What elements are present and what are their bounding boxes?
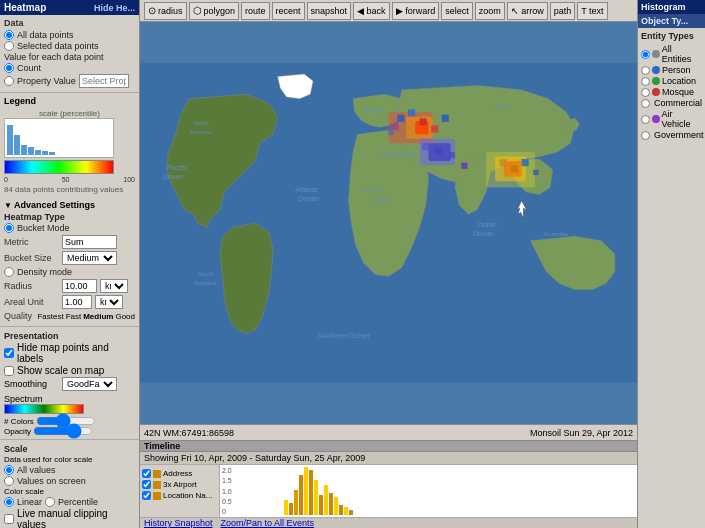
hist-bar-3 [21,145,27,155]
percentile-radio[interactable] [45,497,55,507]
svg-rect-18 [522,159,529,166]
t-bar-10 [329,493,333,515]
svg-rect-12 [431,125,438,132]
t-bar-13 [344,507,348,515]
svg-rect-11 [420,118,427,125]
entity-all-radio[interactable] [641,50,650,59]
opacity-slider[interactable] [33,426,93,436]
selected-data-points-row: Selected data points [4,41,135,51]
quality-row: Quality Fastest Fast Medium Good [4,311,135,321]
scale-mid: 50 [62,176,70,183]
entity-person-dot [652,66,660,74]
pacific-ocean-label2: Ocean [162,173,183,181]
density-mode-radio[interactable] [4,267,14,277]
entity-govt-radio[interactable] [641,131,650,140]
smoothing-select[interactable]: GoodFast Best Fast [62,377,117,391]
all-data-points-label: All data points [17,30,74,40]
svg-text:Australia: Australia [543,230,569,237]
areal-unit-select[interactable]: km² mi² [95,295,123,309]
opacity-row: Opacity [4,426,135,436]
hide-heatmap-button[interactable]: Hide He... [94,3,135,13]
bucket-mode-radio[interactable] [4,223,14,233]
bucket-size-row: Bucket Size Medium Small Large [4,251,135,265]
select-tool-button[interactable]: select [441,2,473,20]
areal-value-input[interactable] [62,295,92,309]
svg-rect-10 [408,109,415,116]
live-manual-checkbox[interactable] [4,514,14,524]
heatmap-type-section: Heatmap Type Bucket Mode Metric Bucket S… [4,212,135,265]
entity-commercial-radio[interactable] [641,99,650,108]
forward-tool-button[interactable]: ▶ forward [392,2,440,20]
quality-medium: Medium [83,312,113,321]
all-values-row: All values [4,465,135,475]
linear-radio[interactable] [4,497,14,507]
entity-person-radio[interactable] [641,66,650,75]
scale-section-title: Scale [4,444,135,454]
radius-tool-button[interactable]: ⊙radius [144,2,187,20]
t-bar-1 [284,500,288,515]
polygon-tool-button[interactable]: ⬡polygon [189,2,240,20]
recent-tool-button[interactable]: recent [272,2,305,20]
opacity-label: Opacity [4,427,31,436]
value-for-row: Value for each data point [4,52,135,62]
presentation-section: Presentation Hide map points and labels … [0,327,139,440]
selected-data-points-radio[interactable] [4,41,14,51]
show-scale-row: Show scale on map [4,365,135,376]
history-snapshot-link[interactable]: History Snapshot [144,518,213,528]
route-tool-button[interactable]: route [241,2,270,20]
bucket-size-select[interactable]: Medium Small Large [62,251,117,265]
zoom-tool-button[interactable]: zoom [475,2,505,20]
advanced-settings-title[interactable]: ▼ Advanced Settings [4,200,135,210]
date-range-start: Showing Fri 10, Apr, 2009 - [144,453,253,463]
all-values-radio[interactable] [4,465,14,475]
live-manual-label: Live manual clipping values [17,508,135,528]
hide-map-points-checkbox[interactable] [4,348,14,358]
entity-person-label: Person [662,65,691,75]
map-container[interactable]: Pacific Ocean Atlantic Ocean Indian Ocea… [140,22,637,424]
map-date-info: Monsoil Sun 29, Apr 2012 [530,428,633,438]
metric-input[interactable] [62,235,117,249]
svg-text:North: North [193,119,209,126]
spectrum-label: Spectrum [4,394,43,404]
arrow-tool-button[interactable]: ↖ arrow [507,2,548,20]
back-tool-button[interactable]: ◀ back [353,2,390,20]
scale-label: scale (percentile) [4,109,135,118]
count-radio[interactable] [4,63,14,73]
all-data-points-radio[interactable] [4,30,14,40]
values-on-screen-label: Values on screen [17,476,86,486]
svg-rect-20 [389,130,394,135]
entity-location-radio[interactable] [641,77,650,86]
radius-unit-select[interactable]: km mi [100,279,128,293]
property-value-radio[interactable] [4,76,14,86]
svg-text:South: South [198,270,215,277]
presentation-title: Presentation [4,331,135,341]
all-values-label: All values [17,465,56,475]
layer-address-checkbox[interactable] [142,469,151,478]
text-tool-button[interactable]: T text [577,2,607,20]
entity-air-radio[interactable] [641,115,650,124]
entity-air-vehicle: Air Vehicle [641,109,702,129]
percentile-label: Percentile [58,497,98,507]
scale-min: 0 [4,176,8,183]
areal-unit-label: Areal Unit [4,297,59,307]
histogram-panel-title: Histogram [638,0,705,14]
layer-location-checkbox[interactable] [142,491,151,500]
show-scale-checkbox[interactable] [4,366,14,376]
zoom-pan-link[interactable]: Zoom/Pan to All Events [221,518,315,528]
entity-location: Location [641,76,702,86]
svg-text:Southern Ocean: Southern Ocean [318,332,370,340]
values-on-screen-radio[interactable] [4,476,14,486]
svg-rect-16 [499,159,506,166]
layer-airport-checkbox[interactable] [142,480,151,489]
path-tool-button[interactable]: path [550,2,576,20]
hist-bar-7 [49,152,55,155]
entity-mosque-radio[interactable] [641,88,650,97]
svg-text:Sahara: Sahara [362,186,383,193]
property-value-input[interactable] [79,74,129,88]
radius-input[interactable] [62,279,97,293]
scale-values: 0 50 100 [4,176,135,183]
color-scale-bar [4,160,114,174]
svg-rect-22 [461,163,467,169]
count-row: Count [4,63,135,73]
snapshot-tool-button[interactable]: snapshot [307,2,352,20]
